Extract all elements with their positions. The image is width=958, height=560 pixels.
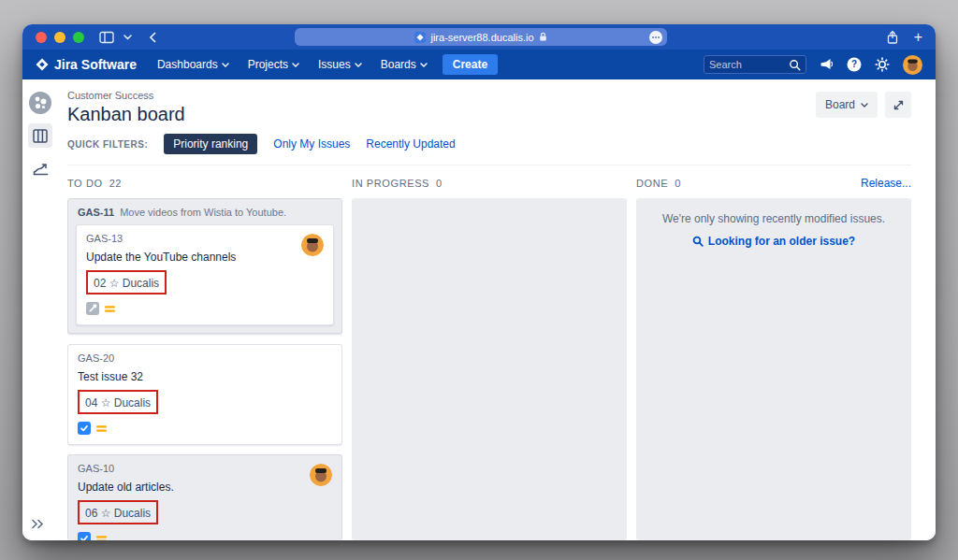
sidebar-item-board[interactable]	[28, 123, 52, 148]
release-link[interactable]: Release...	[861, 177, 911, 190]
older-issue-link[interactable]: Looking for an older issue?	[692, 235, 855, 248]
task-icon	[78, 422, 91, 435]
priority-medium-icon	[104, 303, 116, 315]
jira-logo-icon	[36, 58, 49, 71]
swimlane-header: GAS-11Move videos from Wistia to Youtube…	[68, 199, 341, 224]
share-icon[interactable]	[886, 30, 899, 45]
issue-key: GAS-10	[78, 463, 332, 474]
address-bar[interactable]: jira-server88.ducalis.io	[295, 28, 667, 46]
column-headers: TO DO 22 IN PROGRESS 0 DONE0 Release...	[67, 165, 911, 198]
minimize-window-button[interactable]	[54, 32, 65, 43]
settings-gear-icon[interactable]	[875, 57, 890, 72]
search-icon	[692, 236, 704, 247]
nav-item-boards[interactable]: Boards	[381, 58, 428, 71]
nav-menus: Dashboards Projects Issues Boards	[157, 58, 428, 71]
chevron-down-icon	[420, 63, 428, 67]
annotation-box: 02 ☆ Ducalis	[86, 270, 167, 294]
site-favicon	[414, 32, 426, 43]
page-settings-icon[interactable]	[649, 31, 662, 44]
breadcrumb[interactable]: Customer Success	[67, 90, 911, 101]
fullscreen-button[interactable]	[885, 92, 911, 118]
window-controls	[36, 32, 84, 43]
issue-card[interactable]: GAS-13 Update the YouTube channels 02 ☆ …	[76, 224, 334, 325]
browser-window: jira-server88.ducalis.io +	[22, 24, 936, 540]
ducalis-label: 06 ☆ Ducalis	[85, 507, 151, 520]
create-button[interactable]: Create	[443, 54, 498, 75]
zoom-window-button[interactable]	[73, 32, 84, 43]
ducalis-label: 04 ☆ Ducalis	[85, 396, 151, 409]
column-done: We're only showing recently modified iss…	[636, 198, 911, 540]
annotation-box: 06 ☆ Ducalis	[78, 500, 158, 524]
chevron-down-icon[interactable]	[123, 35, 132, 40]
project-avatar[interactable]	[28, 91, 52, 115]
column-header-todo: TO DO 22	[67, 177, 342, 190]
expand-icon	[893, 99, 905, 111]
priority-medium-icon	[95, 423, 108, 435]
announcements-icon[interactable]	[820, 58, 834, 71]
annotation-box: 04 ☆ Ducalis	[78, 390, 158, 414]
svg-text:?: ?	[851, 59, 857, 69]
kanban-board: TO DO 22 IN PROGRESS 0 DONE0 Release...	[67, 165, 911, 540]
subtask-icon	[86, 302, 99, 315]
issue-summary: Update old articles.	[78, 481, 332, 494]
swimlane-gas-11[interactable]: GAS-11Move videos from Wistia to Youtube…	[67, 198, 342, 334]
search-box[interactable]	[704, 55, 806, 74]
nav-item-dashboards[interactable]: Dashboards	[157, 58, 229, 71]
filter-priority-ranking[interactable]: Priority ranking	[164, 134, 257, 154]
page-header: Customer Success Kanban board Board	[67, 90, 911, 125]
column-todo: GAS-11Move videos from Wistia to Youtube…	[67, 198, 342, 540]
ducalis-label: 02 ☆ Ducalis	[94, 277, 159, 290]
expand-sidebar-icon[interactable]	[31, 519, 46, 529]
task-icon	[78, 532, 91, 540]
column-in-progress	[352, 198, 627, 540]
board-page: Customer Success Kanban board Board QUIC…	[22, 79, 936, 540]
issue-summary: Update the YouTube channels	[86, 251, 324, 264]
sidebar-toggle-icon[interactable]	[99, 31, 114, 44]
jira-logo[interactable]: Jira Software	[36, 57, 137, 72]
jira-logo-text: Jira Software	[54, 57, 137, 72]
issue-key: GAS-11	[78, 207, 114, 218]
issue-key: GAS-13	[86, 233, 324, 244]
board-menu-button[interactable]: Board	[816, 92, 878, 118]
nav-item-projects[interactable]: Projects	[248, 58, 299, 71]
project-sidebar	[22, 79, 58, 540]
search-input[interactable]	[709, 59, 785, 70]
desktop-background: jira-server88.ducalis.io +	[0, 0, 958, 560]
sidebar-item-reports[interactable]	[28, 156, 52, 180]
chevron-down-icon	[222, 63, 229, 67]
new-tab-icon[interactable]: +	[914, 30, 922, 45]
search-icon	[789, 59, 801, 71]
chevron-down-icon	[292, 63, 299, 67]
lock-icon	[539, 32, 547, 42]
assignee-avatar[interactable]	[301, 234, 324, 256]
issue-summary: Move videos from Wistia to Youtube.	[120, 207, 286, 218]
issue-card[interactable]: GAS-20 Test issue 32 04 ☆ Ducalis	[67, 344, 342, 445]
user-avatar[interactable]	[903, 55, 922, 75]
assignee-avatar[interactable]	[310, 464, 332, 486]
back-icon[interactable]	[149, 32, 156, 43]
done-column-notice: We're only showing recently modified iss…	[646, 212, 902, 225]
issue-card[interactable]: GAS-10 Update old articles. 06 ☆ Ducalis	[67, 454, 342, 540]
columns: GAS-11Move videos from Wistia to Youtube…	[67, 198, 911, 540]
browser-chrome: jira-server88.ducalis.io +	[22, 24, 936, 50]
filter-recently-updated[interactable]: Recently Updated	[366, 137, 455, 151]
column-header-in-progress: IN PROGRESS 0	[352, 177, 627, 190]
board-main: Customer Success Kanban board Board QUIC…	[58, 79, 936, 540]
nav-item-issues[interactable]: Issues	[318, 58, 362, 71]
chevron-down-icon	[355, 63, 362, 67]
close-window-button[interactable]	[36, 32, 47, 43]
url-text: jira-server88.ducalis.io	[430, 32, 533, 43]
filter-only-my-issues[interactable]: Only My Issues	[273, 137, 350, 151]
column-header-done: DONE0 Release...	[636, 177, 911, 190]
issue-key: GAS-20	[78, 352, 332, 364]
page-title: Kanban board	[67, 104, 911, 125]
jira-navbar: Jira Software Dashboards Projects Issues…	[22, 50, 936, 79]
issue-summary: Test issue 32	[78, 370, 332, 383]
chevron-down-icon	[861, 103, 868, 108]
help-icon[interactable]: ?	[847, 57, 862, 72]
quick-filters-label: QUICK FILTERS:	[67, 139, 148, 150]
quick-filters-bar: QUICK FILTERS: Priority ranking Only My …	[67, 134, 911, 165]
priority-medium-icon	[95, 533, 108, 541]
